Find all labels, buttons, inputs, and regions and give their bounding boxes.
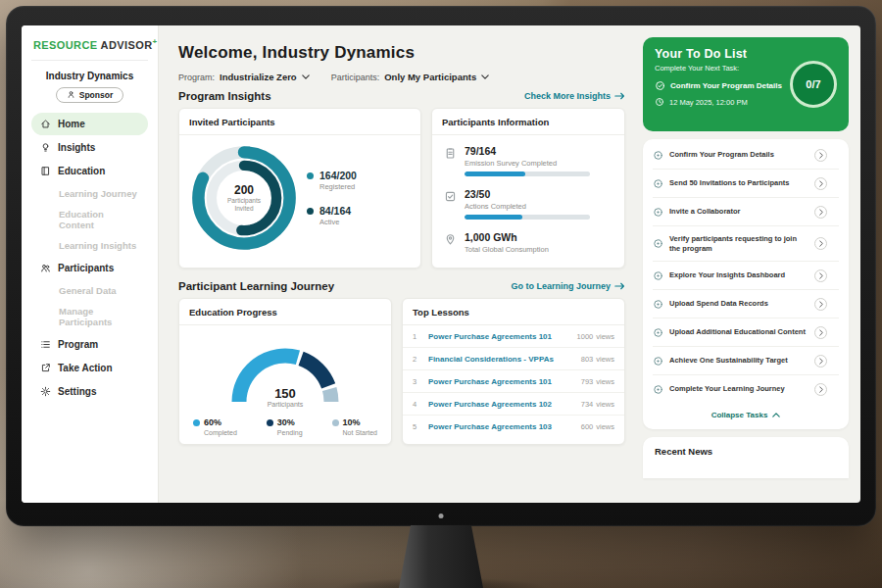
gauge-legend: 60% Completed 30% Pending 10% Not Starte…: [179, 410, 391, 436]
collapse-tasks-button[interactable]: Collapse Tasks: [653, 403, 839, 427]
lesson-link[interactable]: Power Purchase Agreements 101: [428, 377, 572, 386]
sidebar-item-label: Take Action: [58, 363, 113, 373]
legend-value: 84/164: [319, 205, 351, 217]
task-row[interactable]: Send 50 Invitations to Participants: [653, 170, 839, 198]
task-label: Explore Your Insights Dashboard: [669, 270, 808, 280]
monitor-stand: [399, 525, 483, 588]
lesson-views-suffix: views: [596, 377, 614, 386]
circle-dot-icon: [653, 207, 663, 218]
todo-summary-card: Your To Do List Complete Your Next Task:…: [643, 37, 849, 131]
stat-label: Total Global Consumption: [465, 245, 549, 254]
legend-label: Active: [319, 218, 351, 226]
circle-dot-icon: [653, 327, 663, 338]
sidebar-item-education-content[interactable]: Education Content: [31, 204, 148, 235]
chevron-right-button[interactable]: [814, 177, 827, 190]
legend-dot: [332, 419, 339, 426]
sidebar-item-settings[interactable]: Settings: [31, 380, 148, 403]
go-to-learning-journey-link[interactable]: Go to Learning Journey: [511, 281, 625, 291]
chevron-right-button[interactable]: [814, 355, 827, 368]
sidebar-nav: Home Insights Education Learning Journey…: [31, 113, 148, 403]
sidebar-item-manage-participants[interactable]: Manage Participants: [31, 301, 148, 332]
task-label: Invite a Collaborator: [669, 207, 808, 217]
task-row[interactable]: Invite a Collaborator: [653, 198, 839, 226]
stat-row-consumption: 1,000 GWh Total Global Consumption: [432, 221, 624, 260]
chevron-right-button[interactable]: [814, 149, 827, 162]
sidebar-item-education[interactable]: Education: [31, 160, 148, 182]
program-filter[interactable]: Program: Industrialize Zero: [178, 72, 310, 82]
lesson-link[interactable]: Power Purchase Agreements 103: [428, 422, 572, 431]
card-title: Invited Participants: [179, 109, 420, 135]
chevron-right-button[interactable]: [814, 206, 827, 219]
power-led: [439, 514, 444, 518]
todo-next-task-label: Confirm Your Program Details: [670, 81, 782, 90]
legend-dot: [307, 172, 314, 179]
chevron-right-icon: [819, 209, 823, 216]
task-row[interactable]: Upload Spend Data Records: [653, 290, 839, 318]
person-icon: [67, 90, 75, 99]
page-title: Welcome, Industry Dynamics: [178, 43, 625, 63]
circle-dot-icon: [653, 178, 663, 189]
chevron-right-button[interactable]: [814, 270, 827, 282]
filters-row: Program: Industrialize Zero Participants…: [178, 72, 625, 82]
chevron-right-icon: [819, 272, 823, 279]
task-row[interactable]: Confirm Your Program Details: [653, 141, 839, 170]
collapse-tasks-label: Collapse Tasks: [711, 411, 768, 419]
chevron-down-icon: [481, 74, 489, 79]
sidebar-item-general-data[interactable]: General Data: [31, 280, 148, 301]
legend-value: 30%: [277, 417, 295, 427]
chevron-right-button[interactable]: [814, 237, 827, 250]
chevron-right-icon: [819, 180, 823, 187]
list-icon: [40, 339, 51, 350]
lesson-views-suffix: views: [596, 332, 614, 341]
lesson-link[interactable]: Financial Considerations - VPPAs: [428, 355, 572, 364]
sidebar-subitem-label: Learning Insights: [59, 240, 136, 251]
participants-filter[interactable]: Participants: Only My Participants: [331, 72, 490, 82]
task-row[interactable]: Upload Additional Educational Content: [653, 318, 839, 347]
sidebar-item-program[interactable]: Program: [31, 333, 148, 356]
education-gauge-chart: 150 Participants: [212, 329, 359, 410]
sidebar-subitem-label: Learning Journey: [59, 188, 137, 199]
check-more-insights-link[interactable]: Check More Insights: [524, 91, 625, 101]
chevron-right-button[interactable]: [814, 326, 827, 339]
sponsor-badge: Sponsor: [56, 87, 123, 103]
external-action-icon: [40, 363, 51, 373]
sidebar-item-participants[interactable]: Participants: [31, 257, 148, 279]
dashboard-screen: RESOURCE ADVISOR+ Industry Dynamics Spon…: [22, 25, 860, 503]
sidebar-item-learning-journey[interactable]: Learning Journey: [31, 183, 148, 204]
sidebar-item-insights[interactable]: Insights: [31, 136, 148, 159]
lesson-rank: 1: [413, 332, 422, 341]
section-title: Participant Learning Journey: [178, 280, 334, 292]
legend-value: 10%: [343, 417, 361, 427]
lesson-link[interactable]: Power Purchase Agreements 102: [428, 400, 572, 409]
task-row[interactable]: Verify participants requesting to join t…: [653, 226, 839, 262]
task-row[interactable]: Complete Your Learning Journey: [653, 375, 839, 403]
task-row[interactable]: Achieve One Sustainability Target: [653, 347, 839, 375]
stat-label: Emission Survey Completed: [465, 159, 590, 168]
invited-participants-card: Invited Participants 200 Partic: [178, 108, 421, 269]
sidebar: RESOURCE ADVISOR+ Industry Dynamics Spon…: [22, 25, 159, 503]
chevron-right-button[interactable]: [814, 298, 827, 311]
sidebar-item-label: Insights: [58, 142, 95, 153]
pin-icon: [444, 233, 457, 246]
chevron-right-button[interactable]: [814, 383, 827, 396]
legend-value: 60%: [204, 417, 221, 427]
legend-dot: [267, 419, 273, 426]
circle-check-icon: [655, 80, 665, 91]
card-title: Participants Information: [432, 109, 624, 135]
sidebar-item-learning-insights[interactable]: Learning Insights: [31, 235, 148, 256]
chevron-down-icon: [302, 74, 310, 79]
task-row[interactable]: Explore Your Insights Dashboard: [653, 262, 839, 290]
task-label: Upload Spend Data Records: [669, 299, 808, 309]
sidebar-item-home[interactable]: Home: [31, 113, 148, 135]
progress-bar: [465, 215, 590, 220]
home-icon: [40, 119, 51, 129]
sidebar-item-take-action[interactable]: Take Action: [31, 357, 148, 379]
clipboard-icon: [444, 147, 457, 160]
todo-next-task[interactable]: Confirm Your Program Details: [655, 80, 792, 91]
lesson-views-value: 600: [581, 422, 594, 431]
users-icon: [40, 263, 51, 273]
lesson-link[interactable]: Power Purchase Agreements 101: [428, 332, 568, 341]
donut-center-label: Participants Invited: [219, 197, 270, 214]
legend-dot: [307, 208, 314, 215]
gauge-center-label: Participants: [212, 401, 359, 408]
